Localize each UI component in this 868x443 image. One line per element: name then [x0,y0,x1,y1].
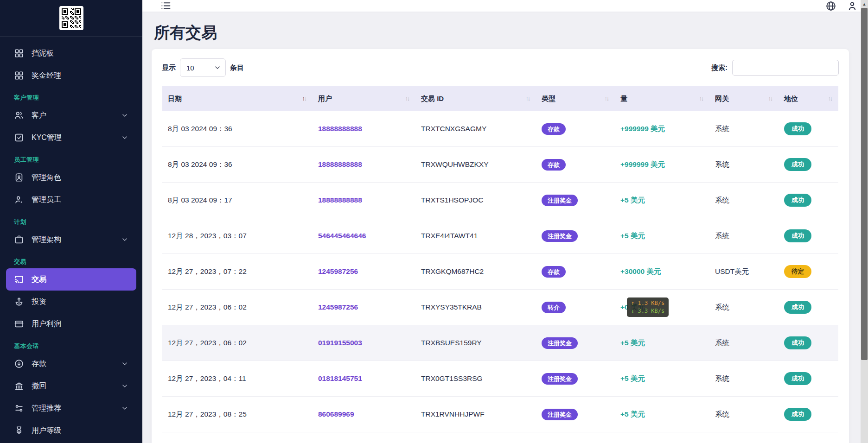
topbar [142,0,868,12]
cell-transaction-id: TRXYSY35TKRAB [415,303,536,311]
table-row: 12月 27，2023，06：021245987256TRXYSY35TKRAB… [162,290,838,325]
page-title: 所有交易 [154,23,868,42]
cell-type: 存款 [536,266,615,278]
table-row: 12月 27，2023，07：221245987256TRXGKQM687HC2… [162,254,838,290]
cell-gateway: 系统 [709,124,779,134]
cell-type: 转介 [536,302,615,313]
cell-date: 12月 27，2023，08：25 [162,410,313,419]
main-area: 所有交易 显示 10 条目 搜索: [142,0,868,443]
column-header-6[interactable]: 地位↑↓ [779,95,838,103]
sidebar-item-1-0[interactable]: 客户 [6,104,136,127]
cell-type: 存款 [536,159,615,171]
chevron-down-icon [121,383,128,389]
globe-icon [825,0,836,12]
sidebar-item-label: 客户 [32,111,46,120]
upload-speed: ↑ 1.3 KB/s [631,299,664,307]
user-link[interactable]: 18888888888 [318,125,362,133]
sidebar-item-label: 用户等级 [32,426,61,436]
search-label: 搜索: [711,63,728,72]
type-badge: 存款 [542,159,566,171]
status-badge: 待定 [784,265,811,278]
user-link[interactable]: 1245987256 [318,303,358,311]
cell-status: 成功 [779,408,838,421]
cell-transaction-id: TRXWQUHWBZKXY [415,160,536,169]
topbar-actions [825,0,858,12]
users-icon [14,110,24,120]
cell-gateway: 系统 [709,374,779,384]
cell-user: 860689969 [313,410,415,418]
cell-date: 8月 03 2024 09：17 [162,196,313,205]
status-badge: 成功 [784,336,811,349]
cell-gateway: 系统 [709,196,779,205]
user-link[interactable]: 1245987256 [318,267,358,275]
language-globe-button[interactable] [825,0,836,12]
sidebar-item-label: 挡泥板 [32,49,54,58]
sidebar-item-2-0[interactable]: 管理角色 [6,166,136,189]
sidebar-item-3-0[interactable]: 管理架构 [6,228,136,251]
page-scrollbar[interactable]: ▲ [861,0,868,443]
cell-status: 成功 [779,194,838,207]
user-link[interactable]: 01818145751 [318,374,362,382]
page-size-control: 显示 10 条目 [162,58,244,77]
user-menu-button[interactable] [847,0,858,12]
column-label: 量 [620,95,627,103]
sidebar-item-4-2[interactable]: 用户利润 [6,313,136,335]
type-badge: 注册奖金 [542,230,578,242]
sidebar-item-5-3[interactable]: 用户等级 [6,419,136,442]
sidebar-item-5-1[interactable]: 撤回 [6,375,136,397]
search-control: 搜索: [711,60,839,76]
column-header-3[interactable]: 类型↑↓ [536,95,615,103]
cell-user: 01919155003 [313,339,415,347]
column-header-1[interactable]: 用户↑↓ [313,95,415,103]
column-header-4[interactable]: 量↑↓ [615,95,709,103]
menu-toggle-button[interactable] [160,0,172,12]
cell-type: 注册奖金 [536,337,615,349]
cell-gateway: USDT美元 [709,267,779,277]
sidebar-item-2-1[interactable]: 管理员工 [6,189,136,211]
column-header-2[interactable]: 交易 ID↑↓ [415,95,536,103]
type-badge: 注册奖金 [542,195,578,206]
cell-user: 546445464646 [313,232,415,240]
sidebar-item-0-0[interactable]: 挡泥板 [6,42,136,64]
transactions-table: 日期↑↓用户↑↓交易 ID↑↓类型↑↓量↑↓网关↑↓地位↑↓ 8月 03 202… [162,86,838,432]
cell-date: 12月 27，2023，07：22 [162,267,313,277]
sort-arrows-icon: ↑↓ [768,96,772,102]
column-label: 交易 ID [421,95,444,103]
sidebar-section-label: 员工管理 [14,155,142,165]
type-badge: 存款 [542,266,566,278]
qr-logo-icon [59,6,83,30]
user-link[interactable]: 860689969 [318,410,354,418]
search-input[interactable] [732,60,839,76]
scrollbar-up-arrow-icon[interactable]: ▲ [861,0,868,8]
sidebar-item-4-0[interactable]: 交易 [6,268,136,291]
user-link[interactable]: 01919155003 [318,339,362,347]
column-header-0[interactable]: 日期↑↓ [162,95,313,103]
sidebar-item-1-1[interactable]: KYC管理 [6,127,136,149]
chevron-down-icon [121,405,128,411]
sidebar-item-5-0[interactable]: 存款 [6,353,136,375]
user-link[interactable]: 546445464646 [318,232,366,240]
status-badge: 成功 [784,372,811,385]
cell-date: 12月 27，2023，06：02 [162,303,313,312]
cell-status: 成功 [779,372,838,385]
cell-status: 待定 [779,265,838,278]
cell-gateway: 系统 [709,303,779,312]
sidebar-item-5-2[interactable]: 管理推荐 [6,397,136,419]
sort-arrows-icon: ↑↓ [302,96,306,102]
user-link[interactable]: 18888888888 [318,196,362,204]
column-label: 地位 [784,95,798,103]
logo[interactable] [0,0,142,37]
check-square-icon [14,133,24,143]
sidebar-item-0-1[interactable]: 奖金经理 [6,64,136,87]
type-badge: 注册奖金 [542,337,578,349]
page-size-value: 10 [186,64,194,72]
scrollbar-thumb[interactable] [861,8,868,360]
cell-amount: +5 美元 [615,338,709,348]
page-size-select[interactable]: 10 [180,58,226,77]
sidebar-item-4-1[interactable]: 投资 [6,291,136,313]
sidebar-item-label: KYC管理 [32,133,62,143]
grid-icon [14,70,24,81]
user-link[interactable]: 18888888888 [318,160,362,168]
column-header-5[interactable]: 网关↑↓ [709,95,779,103]
cell-gateway: 系统 [709,338,779,348]
